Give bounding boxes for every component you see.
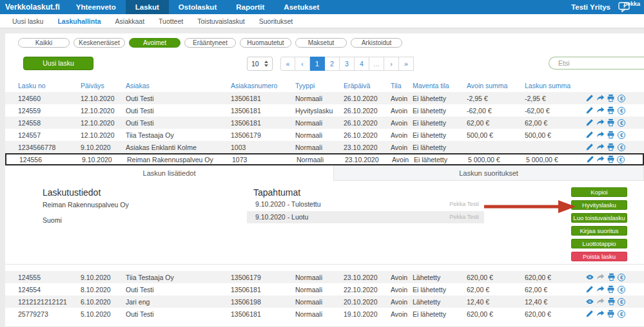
- table-row[interactable]: 124560 12.10.2020 Outi Testi 13506181 No…: [5, 92, 644, 104]
- send-forward-icon[interactable]: [596, 118, 605, 127]
- table-row[interactable]: 1234566778 9.10.2020 Asiakas Enklanti Ko…: [5, 141, 644, 153]
- euro-invoice-icon[interactable]: €: [618, 310, 627, 319]
- column-header[interactable]: Asiakas: [126, 82, 231, 89]
- euro-invoice-icon[interactable]: €: [618, 143, 627, 152]
- print-icon[interactable]: [607, 273, 615, 282]
- print-icon[interactable]: [607, 94, 616, 103]
- euro-invoice-icon[interactable]: €: [618, 118, 627, 127]
- edit-pencil-icon[interactable]: [585, 310, 594, 319]
- print-icon[interactable]: [607, 297, 615, 306]
- page-button[interactable]: ‹: [295, 57, 310, 71]
- column-header[interactable]: Asiakasnumero: [231, 82, 295, 89]
- detail-action-button[interactable]: Kopioi: [571, 187, 627, 197]
- column-header[interactable]: Tila: [391, 82, 413, 89]
- subnav-item[interactable]: Laskuhallinta: [50, 17, 108, 25]
- page-button[interactable]: 4: [355, 57, 369, 71]
- table-row[interactable]: 124554 8.10.2020 Outi Testi 13506181 Nor…: [5, 283, 644, 295]
- filter-pill[interactable]: Keskeneräiset: [73, 38, 125, 48]
- topnav-item[interactable]: Yhteenveto: [66, 0, 126, 14]
- edit-pencil-icon[interactable]: [585, 94, 594, 103]
- euro-invoice-icon[interactable]: €: [618, 106, 627, 115]
- euro-invoice-icon[interactable]: €: [618, 285, 627, 294]
- page-button[interactable]: 3: [340, 57, 355, 71]
- new-invoice-button[interactable]: Uusi lasku: [23, 57, 93, 70]
- send-forward-icon-muted[interactable]: [596, 273, 605, 282]
- brand-logo[interactable]: Verkkolaskut.fi: [0, 0, 66, 14]
- euro-invoice-icon[interactable]: €: [618, 273, 626, 282]
- tab-laskun-lisatiedot[interactable]: Laskun lisätiedot: [5, 165, 333, 181]
- euro-invoice-icon[interactable]: €: [618, 94, 627, 103]
- print-icon[interactable]: [607, 118, 616, 127]
- detail-action-button[interactable]: Hyvityslasku: [571, 200, 627, 210]
- filter-pill[interactable]: Huomautetut: [240, 38, 291, 48]
- detail-action-button[interactable]: Luo toistuvaislasku: [571, 213, 627, 223]
- filter-pill[interactable]: Avoimet: [129, 38, 181, 48]
- subnav-item[interactable]: Asiakkaat: [108, 17, 152, 25]
- edit-pencil-icon[interactable]: [585, 285, 594, 294]
- edit-pencil-icon[interactable]: [587, 155, 594, 164]
- logged-in-user[interactable]: pekka: [623, 1, 640, 7]
- edit-pencil-icon[interactable]: [585, 131, 594, 140]
- subnav-item[interactable]: Tuotteet: [151, 17, 190, 25]
- topnav-item[interactable]: Raportit: [226, 0, 274, 14]
- print-icon[interactable]: [607, 310, 616, 319]
- column-header[interactable]: Päiväys: [81, 82, 126, 89]
- send-forward-icon[interactable]: [596, 310, 605, 319]
- view-eye-icon[interactable]: [585, 273, 594, 282]
- send-forward-icon[interactable]: [596, 94, 605, 103]
- detail-action-button[interactable]: Luottotappio: [571, 239, 627, 248]
- column-header[interactable]: Avoin summa: [467, 82, 525, 89]
- send-forward-icon[interactable]: [596, 143, 605, 152]
- table-row[interactable]: 1212121212121 6.10.2020 Jari eng 1350619…: [5, 295, 644, 308]
- print-icon[interactable]: [607, 285, 616, 294]
- subnav-item[interactable]: Suoritukset: [252, 17, 300, 25]
- print-icon[interactable]: [607, 155, 615, 164]
- table-row[interactable]: 124559 12.10.2020 Outi Testi 13506181 Hy…: [5, 104, 644, 117]
- page-size-select[interactable]: 10: [247, 57, 273, 71]
- column-header[interactable]: Eräpäivä: [344, 82, 391, 89]
- page-button[interactable]: ›: [384, 57, 399, 71]
- send-forward-icon[interactable]: [596, 155, 605, 164]
- page-button[interactable]: ...: [369, 57, 384, 71]
- euro-invoice-icon[interactable]: €: [618, 131, 627, 140]
- tab-laskun-suoritukset[interactable]: Laskun suoritukset: [333, 165, 644, 181]
- topnav-item[interactable]: Asetukset: [274, 0, 329, 14]
- filter-pill[interactable]: Maksetut: [295, 38, 347, 48]
- subnav-item[interactable]: Toistuvaislaskut: [190, 17, 252, 25]
- send-forward-icon[interactable]: [596, 131, 605, 140]
- page-button[interactable]: »: [399, 57, 414, 71]
- column-header[interactable]: Lasku no: [18, 82, 81, 89]
- detail-action-button[interactable]: Poista lasku: [571, 252, 627, 261]
- table-row[interactable]: 25779273 5.10.2020 Outi Testi 13506181 N…: [5, 308, 644, 320]
- detail-action-button[interactable]: Kirjaa suoritus: [571, 226, 627, 236]
- send-forward-icon[interactable]: [596, 106, 605, 115]
- euro-invoice-icon[interactable]: €: [617, 155, 625, 164]
- table-row[interactable]: 124556 9.10.2020 Reiman Rakennuspalveu O…: [5, 153, 644, 165]
- edit-pencil-icon[interactable]: [585, 118, 594, 127]
- view-eye-icon[interactable]: [585, 297, 594, 306]
- edit-pencil-icon[interactable]: [585, 106, 594, 115]
- subnav-item[interactable]: Uusi lasku: [5, 17, 50, 25]
- page-button[interactable]: 2: [325, 57, 340, 71]
- topnav-item[interactable]: Ostolaskut: [169, 0, 226, 14]
- filter-pill[interactable]: Kaikki: [18, 38, 70, 48]
- table-row[interactable]: 124557 12.10.2020 Tiia Testaaja Oy 13506…: [5, 129, 644, 141]
- edit-pencil-icon[interactable]: [585, 143, 594, 152]
- column-header[interactable]: Tyyppi: [295, 82, 344, 89]
- send-forward-icon[interactable]: [596, 285, 605, 294]
- print-icon[interactable]: [607, 131, 616, 140]
- topnav-item[interactable]: Laskut: [126, 0, 169, 14]
- filter-pill[interactable]: Arkistoidut: [351, 38, 402, 48]
- print-icon[interactable]: [607, 106, 616, 115]
- table-row[interactable]: 124555 9.10.2020 Tiia Testaaja Oy 135061…: [5, 271, 644, 283]
- print-icon[interactable]: [607, 143, 616, 152]
- company-name[interactable]: Testi Yritys: [571, 3, 610, 11]
- table-row[interactable]: 124558 12.10.2020 Outi Testi 13506181 No…: [5, 117, 644, 129]
- filter-pill[interactable]: Erääntyneet: [184, 38, 236, 48]
- column-header[interactable]: Laskun summa: [525, 82, 585, 89]
- search-input[interactable]: [549, 57, 644, 70]
- send-forward-icon-muted[interactable]: [596, 297, 605, 306]
- page-button[interactable]: 1: [310, 57, 325, 71]
- column-header[interactable]: Maventa tila: [413, 82, 467, 89]
- page-button[interactable]: «: [280, 57, 295, 71]
